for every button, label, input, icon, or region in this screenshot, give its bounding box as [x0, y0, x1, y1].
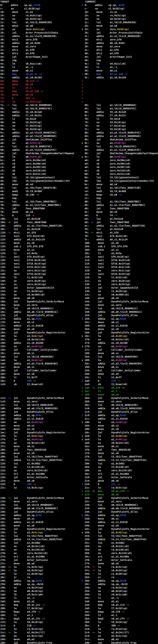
- address: 244:: [0, 514, 6, 517]
- operands: a1,sp,: [27, 414, 36, 417]
- mnemonic: sw: [12, 28, 25, 31]
- diff-row: 1ac: move a0,s1 190: move a0,s1: [0, 365, 158, 369]
- mnemonic: move: [98, 562, 111, 565]
- diff-row: 258: lw a3,0x4c(sp)s 250: lw a3,0x48(sp): [0, 531, 158, 534]
- current-cell: 1c0: addiu a0,a0,%lo(D_06001830): [82, 407, 158, 410]
- mnemonic: sw: [14, 441, 27, 444]
- operands: zero,0x1c(sp): [27, 269, 46, 272]
- mnemonic: sw: [96, 124, 110, 127]
- current-cell: 268: sw zero,0x134(s0): [82, 552, 158, 555]
- diff-row: 27c: move a0,s0 274: move a0,s0: [0, 562, 158, 565]
- diff-row: 24c: addiu a1,s1,0x810 244: addiu a1,s1,…: [0, 520, 158, 524]
- diff-row: 128: li a3,0x5a 10c: li a3,0x5a: [0, 252, 158, 255]
- address: 240:: [0, 510, 6, 513]
- operands: t1,0x32(s0): [27, 276, 43, 279]
- target-cell: [0, 386, 82, 390]
- operands: a0,0x18(sp): [111, 590, 128, 592]
- target-cell: [0, 490, 82, 493]
- address: 238:: [85, 510, 91, 513]
- diff-row: 288: lw s1,0x38(sp) 280: lw s1,0x38(sp): [0, 572, 158, 576]
- address: 20:: [85, 24, 89, 27]
- mnemonic: beql: [14, 617, 27, 620]
- current-cell: dc: move a0,s0: [82, 210, 158, 214]
- operands: ra,0x14(sp): [27, 628, 43, 630]
- target-cell: 118: addiu a0,s1,0x1c24: [0, 238, 82, 241]
- operands: a1,: [111, 438, 116, 441]
- current-cell: 230: lui a0,%hi(D_0600BA8C): [82, 503, 158, 507]
- operands: a3,0x1c(sp): [27, 634, 43, 637]
- operands: a2,s1: [111, 248, 119, 251]
- mnemonic: jal: [98, 369, 111, 372]
- target-cell: cc: sb zero,0x311(s0): [0, 172, 82, 176]
- mnemonic: jal: [98, 558, 111, 562]
- mnemonic: addiu: [98, 414, 111, 417]
- operands: $f8,$f4,$f6: [111, 245, 128, 248]
- address: 288:: [0, 572, 6, 575]
- address: 40:: [0, 52, 5, 55]
- mnemonic: jr: [98, 576, 111, 579]
- operands: t4,t4,%lo(func_80A87F44): [111, 538, 147, 541]
- operands: t8,0x18(sp): [27, 620, 43, 624]
- operands: a3,: [111, 334, 116, 338]
- address: 104:: [85, 245, 91, 248]
- current-cell: 30: mtc1 zero,$f0: [82, 38, 158, 41]
- address: 3c:: [85, 48, 89, 51]
- target-cell: 6c: beq v0,at,230 ~>: [0, 90, 82, 93]
- operands: 0x44(sp): [31, 438, 43, 441]
- address: 14c:: [0, 283, 6, 286]
- diff-row: c0: sb zero,0x30e(s0) a4: sb zero,0x30e(…: [0, 162, 158, 166]
- address: 1d8:: [0, 414, 6, 417]
- diff-row: 8: addiu sp,sp,-0x58i 8: addiu sp,sp,-0x…: [0, 4, 158, 7]
- branch-source-arrow-icon: ~>: [42, 617, 45, 620]
- current-cell: 150: addiu a0,a0,%lo(D_06000A1C): [82, 310, 158, 314]
- target-cell: 34: addiu a0,s0,0xb4: [0, 41, 82, 45]
- operands: 0x40(sp): [114, 142, 126, 144]
- current-cell: > 220: ~> bne v0,at,278 ~>: [82, 490, 158, 493]
- operands: a1,a1,%lo(D_80A88CE0): [110, 35, 141, 38]
- diff-row: 2d8: jal DynaPolyInfo_Free 2d0: jal Dyna…: [0, 641, 158, 644]
- address: 2c0:: [85, 628, 91, 630]
- diff-marker: s: [82, 438, 85, 441]
- diff-marker: >: [82, 390, 85, 392]
- operands: 0x44(sp): [31, 421, 43, 424]
- address: 2c8:: [0, 628, 6, 630]
- branch-target-arrow-icon: ~>: [8, 496, 11, 500]
- target-cell: c4: sb zero,0x30f(s0): [0, 166, 82, 169]
- current-cell: > 1b0: move a0,s0: [82, 393, 158, 396]
- operands: a2,%hi(D_0600B9A8): [110, 104, 137, 106]
- target-cell: 268: sw v0,0x14c(s0): [0, 544, 82, 548]
- mnemonic: swc1: [14, 272, 27, 276]
- address: 14:: [0, 14, 5, 17]
- address: 2b4:: [0, 610, 6, 613]
- diff-row: 60: beqz v0,1c4 ~><: [0, 79, 158, 83]
- diff-row: 94: sw t7,0x14(sp) 78: sw t7,0x14(sp): [0, 124, 158, 128]
- operands: ra,0x14(sp): [111, 586, 128, 589]
- diff-row: e0: andi t0,t9,0x400 c4: andi t0,t9,0x40…: [0, 190, 158, 193]
- operands: s0,a0: [25, 24, 33, 27]
- mnemonic: li: [98, 614, 111, 616]
- operands: t8,0x18(sp): [110, 121, 126, 124]
- current-cell: ac: sb zero,0x310(s0): [82, 169, 158, 172]
- address: 158:: [0, 293, 6, 296]
- mnemonic: lui: [12, 145, 25, 148]
- mnemonic: sw: [14, 586, 27, 589]
- address: 244:: [85, 521, 91, 524]
- target-cell: fc: b 110 ~>: [0, 214, 82, 217]
- address: 27c:: [85, 569, 91, 572]
- current-cell: 28: jal Actor_ProcessInitChain: [82, 31, 158, 34]
- address: 104:: [0, 221, 6, 224]
- address: 100:: [0, 217, 6, 220]
- mnemonic: move: [14, 296, 27, 300]
- operands: a1,: [27, 438, 31, 441]
- diff-row: 1a0: lui a3,%hi(D_80A88CB4) 184: lui a3,…: [0, 355, 158, 358]
- operands: a3,: [111, 434, 116, 438]
- address: 5c:: [85, 76, 89, 79]
- mnemonic: move: [12, 24, 25, 27]
- mnemonic: addiu: [96, 76, 110, 79]
- operands: s1,0x38(sp): [27, 572, 43, 575]
- target-cell: 288: lw s1,0x38(sp): [0, 572, 82, 576]
- current-cell: 160: addiu a1,s1,0x810: [82, 324, 158, 328]
- target-cell: 27c: move a0,s0: [0, 562, 82, 565]
- mnemonic: lh: [14, 276, 27, 279]
- address: 290:: [0, 579, 6, 582]
